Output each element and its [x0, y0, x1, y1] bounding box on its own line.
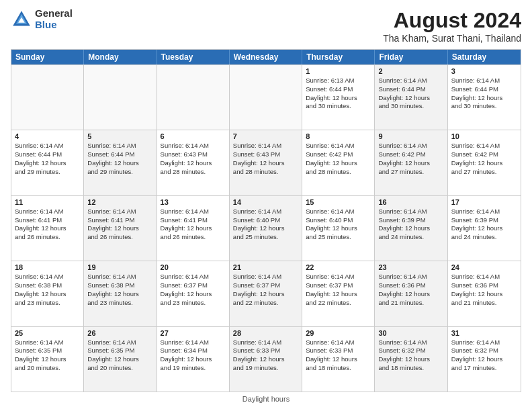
- calendar-cell-4: 4Sunrise: 6:14 AM Sunset: 6:44 PM Daylig…: [11, 130, 84, 195]
- header-day-friday: Friday: [375, 50, 447, 64]
- calendar-cell-26: 26Sunrise: 6:14 AM Sunset: 6:35 PM Dayli…: [84, 327, 157, 392]
- day-info: Sunrise: 6:14 AM Sunset: 6:35 PM Dayligh…: [87, 338, 152, 373]
- day-number: 6: [161, 132, 226, 140]
- day-number: 4: [15, 132, 80, 140]
- day-info: Sunrise: 6:14 AM Sunset: 6:32 PM Dayligh…: [378, 338, 443, 373]
- day-info: Sunrise: 6:14 AM Sunset: 6:40 PM Dayligh…: [306, 208, 371, 242]
- day-number: 15: [306, 198, 371, 206]
- day-number: 18: [15, 263, 80, 271]
- calendar-body: 1Sunrise: 6:13 AM Sunset: 6:44 PM Daylig…: [11, 64, 521, 392]
- footer-note: Daylight hours: [11, 395, 521, 403]
- day-number: 28: [233, 329, 298, 337]
- calendar-cell-23: 23Sunrise: 6:14 AM Sunset: 6:36 PM Dayli…: [375, 261, 447, 326]
- calendar-cell-empty-0: [11, 65, 84, 130]
- day-number: 1: [306, 67, 371, 75]
- calendar-cell-30: 30Sunrise: 6:14 AM Sunset: 6:32 PM Dayli…: [375, 327, 447, 392]
- calendar: SundayMondayTuesdayWednesdayThursdayFrid…: [11, 49, 521, 392]
- day-info: Sunrise: 6:13 AM Sunset: 6:44 PM Dayligh…: [306, 77, 371, 111]
- day-info: Sunrise: 6:14 AM Sunset: 6:41 PM Dayligh…: [15, 208, 80, 242]
- header-day-thursday: Thursday: [302, 50, 375, 64]
- calendar-cell-27: 27Sunrise: 6:14 AM Sunset: 6:34 PM Dayli…: [157, 327, 230, 392]
- header-day-tuesday: Tuesday: [157, 50, 230, 64]
- day-info: Sunrise: 6:14 AM Sunset: 6:39 PM Dayligh…: [378, 208, 443, 242]
- day-info: Sunrise: 6:14 AM Sunset: 6:44 PM Dayligh…: [15, 142, 80, 176]
- calendar-cell-17: 17Sunrise: 6:14 AM Sunset: 6:39 PM Dayli…: [448, 196, 521, 261]
- day-number: 19: [87, 263, 152, 271]
- calendar-row-3: 18Sunrise: 6:14 AM Sunset: 6:38 PM Dayli…: [11, 261, 521, 326]
- logo-text: General Blue: [35, 8, 73, 30]
- header-day-sunday: Sunday: [11, 50, 84, 64]
- day-number: 11: [15, 198, 80, 206]
- calendar-cell-6: 6Sunrise: 6:14 AM Sunset: 6:43 PM Daylig…: [157, 130, 230, 195]
- day-info: Sunrise: 6:14 AM Sunset: 6:42 PM Dayligh…: [306, 142, 371, 176]
- day-info: Sunrise: 6:14 AM Sunset: 6:35 PM Dayligh…: [15, 338, 80, 373]
- day-number: 30: [378, 329, 443, 337]
- header: General Blue August 2024 Tha Kham, Surat…: [11, 8, 521, 44]
- calendar-cell-13: 13Sunrise: 6:14 AM Sunset: 6:41 PM Dayli…: [157, 196, 230, 261]
- day-info: Sunrise: 6:14 AM Sunset: 6:44 PM Dayligh…: [87, 142, 152, 176]
- calendar-cell-empty-1: [84, 65, 157, 130]
- month-year: August 2024: [383, 8, 521, 33]
- calendar-cell-empty-3: [230, 65, 302, 130]
- day-number: 22: [306, 263, 371, 271]
- logo-general-text: General: [35, 8, 73, 19]
- day-number: 20: [161, 263, 226, 271]
- day-number: 12: [87, 198, 152, 206]
- calendar-cell-9: 9Sunrise: 6:14 AM Sunset: 6:42 PM Daylig…: [375, 130, 447, 195]
- header-day-saturday: Saturday: [448, 50, 521, 64]
- calendar-cell-19: 19Sunrise: 6:14 AM Sunset: 6:38 PM Dayli…: [84, 261, 157, 326]
- header-day-wednesday: Wednesday: [230, 50, 302, 64]
- day-number: 25: [15, 329, 80, 337]
- day-info: Sunrise: 6:14 AM Sunset: 6:33 PM Dayligh…: [306, 338, 371, 373]
- day-info: Sunrise: 6:14 AM Sunset: 6:32 PM Dayligh…: [451, 338, 517, 373]
- calendar-cell-16: 16Sunrise: 6:14 AM Sunset: 6:39 PM Dayli…: [375, 196, 447, 261]
- calendar-header: SundayMondayTuesdayWednesdayThursdayFrid…: [11, 50, 521, 64]
- day-info: Sunrise: 6:14 AM Sunset: 6:44 PM Dayligh…: [451, 77, 517, 111]
- day-number: 2: [378, 67, 443, 75]
- day-number: 10: [451, 132, 517, 140]
- day-number: 31: [451, 329, 517, 337]
- day-info: Sunrise: 6:14 AM Sunset: 6:37 PM Dayligh…: [161, 273, 226, 307]
- day-info: Sunrise: 6:14 AM Sunset: 6:42 PM Dayligh…: [378, 142, 443, 176]
- day-info: Sunrise: 6:14 AM Sunset: 6:43 PM Dayligh…: [161, 142, 226, 176]
- day-info: Sunrise: 6:14 AM Sunset: 6:33 PM Dayligh…: [233, 338, 298, 373]
- calendar-cell-18: 18Sunrise: 6:14 AM Sunset: 6:38 PM Dayli…: [11, 261, 84, 326]
- calendar-cell-28: 28Sunrise: 6:14 AM Sunset: 6:33 PM Dayli…: [230, 327, 302, 392]
- calendar-cell-3: 3Sunrise: 6:14 AM Sunset: 6:44 PM Daylig…: [448, 65, 521, 130]
- day-number: 8: [306, 132, 371, 140]
- calendar-cell-15: 15Sunrise: 6:14 AM Sunset: 6:40 PM Dayli…: [302, 196, 375, 261]
- day-info: Sunrise: 6:14 AM Sunset: 6:40 PM Dayligh…: [233, 208, 298, 242]
- logo-blue-text: Blue: [35, 19, 73, 31]
- day-number: 24: [451, 263, 517, 271]
- calendar-row-4: 25Sunrise: 6:14 AM Sunset: 6:35 PM Dayli…: [11, 326, 521, 392]
- day-info: Sunrise: 6:14 AM Sunset: 6:37 PM Dayligh…: [306, 273, 371, 307]
- day-number: 13: [161, 198, 226, 206]
- calendar-cell-11: 11Sunrise: 6:14 AM Sunset: 6:41 PM Dayli…: [11, 196, 84, 261]
- day-number: 14: [233, 198, 298, 206]
- calendar-cell-12: 12Sunrise: 6:14 AM Sunset: 6:41 PM Dayli…: [84, 196, 157, 261]
- calendar-row-2: 11Sunrise: 6:14 AM Sunset: 6:41 PM Dayli…: [11, 195, 521, 261]
- calendar-cell-31: 31Sunrise: 6:14 AM Sunset: 6:32 PM Dayli…: [448, 327, 521, 392]
- day-number: 26: [87, 329, 152, 337]
- title-block: August 2024 Tha Kham, Surat Thani, Thail…: [383, 8, 521, 44]
- day-info: Sunrise: 6:14 AM Sunset: 6:41 PM Dayligh…: [161, 208, 226, 242]
- day-number: 21: [233, 263, 298, 271]
- calendar-cell-empty-2: [157, 65, 230, 130]
- day-number: 29: [306, 329, 371, 337]
- day-info: Sunrise: 6:14 AM Sunset: 6:41 PM Dayligh…: [87, 208, 152, 242]
- calendar-cell-24: 24Sunrise: 6:14 AM Sunset: 6:36 PM Dayli…: [448, 261, 521, 326]
- calendar-cell-14: 14Sunrise: 6:14 AM Sunset: 6:40 PM Dayli…: [230, 196, 302, 261]
- page: General Blue August 2024 Tha Kham, Surat…: [0, 0, 532, 411]
- calendar-cell-8: 8Sunrise: 6:14 AM Sunset: 6:42 PM Daylig…: [302, 130, 375, 195]
- calendar-cell-5: 5Sunrise: 6:14 AM Sunset: 6:44 PM Daylig…: [84, 130, 157, 195]
- day-info: Sunrise: 6:14 AM Sunset: 6:37 PM Dayligh…: [233, 273, 298, 307]
- day-info: Sunrise: 6:14 AM Sunset: 6:42 PM Dayligh…: [451, 142, 517, 176]
- day-number: 5: [87, 132, 152, 140]
- calendar-cell-10: 10Sunrise: 6:14 AM Sunset: 6:42 PM Dayli…: [448, 130, 521, 195]
- logo: General Blue: [11, 8, 73, 30]
- calendar-cell-20: 20Sunrise: 6:14 AM Sunset: 6:37 PM Dayli…: [157, 261, 230, 326]
- calendar-row-1: 4Sunrise: 6:14 AM Sunset: 6:44 PM Daylig…: [11, 130, 521, 195]
- day-number: 27: [161, 329, 226, 337]
- day-number: 7: [233, 132, 298, 140]
- day-number: 23: [378, 263, 443, 271]
